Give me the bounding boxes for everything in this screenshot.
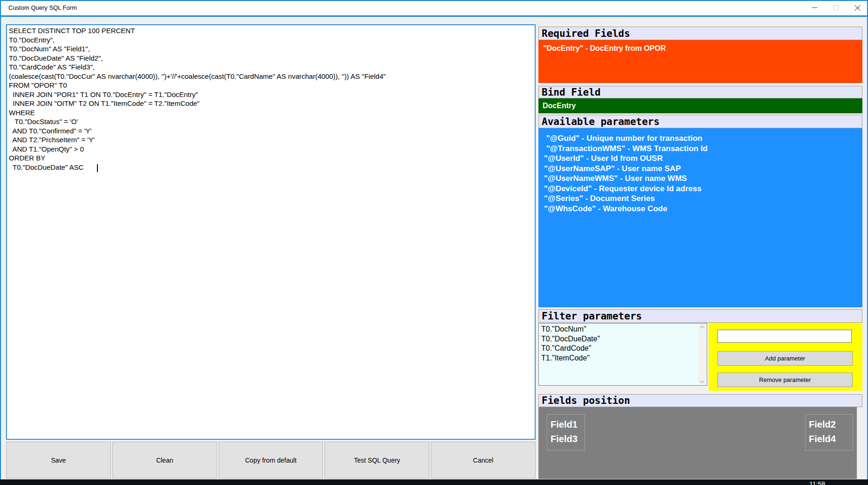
footer-button[interactable]: Clean [112,442,217,478]
parameter-item: "@UserNameWMS" - User name WMS [544,173,862,184]
app-window: Custom Query SQL Form SELECT DISTINCT TO… [0,0,868,485]
parameter-item: "@TransactionWMS" - WMS Transaction Id [544,144,862,154]
fields-box-left[interactable]: Field1Field3 [547,414,585,450]
required-fields-header: Required Fields [538,27,862,40]
available-parameters-header: Available parameters [538,115,862,128]
filter-parameter-item[interactable]: T1."ItemCode" [541,353,697,363]
sql-line: ORDER BY [9,153,535,163]
required-field-item: "DocEntry" - DocEntry from OPOR [543,44,666,52]
scroll-down-icon[interactable] [700,379,705,383]
sql-line: WHERE [9,108,535,118]
parameter-item: "@DeviceId" - Requester device Id adress [544,184,862,194]
parameter-item: "@Series" - Document Series [544,194,862,204]
scroll-up-icon[interactable] [700,326,705,331]
bind-field-header: Bind Field [538,86,862,98]
sql-line: (coalesce(cast(T0."DocCur" AS nvarchar(4… [9,72,535,81]
footer-button[interactable]: Cancel [431,442,536,478]
sql-line: FROM "OPOR" T0 [9,81,535,90]
filter-parameter-item[interactable]: T0."CardCode" [541,344,697,353]
parameter-item: "@UserNameSAP" - User name SAP [544,164,862,174]
fields-box-right[interactable]: Field2Field4 [805,414,853,450]
footer-button[interactable]: Save [6,442,111,478]
sql-query-textarea[interactable]: SELECT DISTINCT TOP 100 PERCENTT0."DocEn… [6,24,536,440]
sql-line: T0."DocDueDate" AS "Field2", [9,54,535,63]
footer-button[interactable]: Copy from default [219,442,324,478]
field-label: Field3 [551,432,585,446]
sql-line: AND T1."OpenQty" > 0 [9,145,535,154]
parameter-item: "@UserId" - User Id from OUSR [544,153,862,164]
field-label: Field2 [809,417,853,432]
fields-position-panel: Field1Field3 Field2Field4 [538,407,857,479]
sql-line: T0."DocNum" AS "Field1", [9,44,535,54]
fields-position-header: Fields position [538,394,862,407]
remove-parameter-button[interactable]: Remove parameter [717,373,853,387]
field-label: Field1 [551,417,585,432]
parameter-item: "@WhsCode" - Warehouse Code [544,204,862,214]
filter-parameters-section: T0."DocNum"T0."DocDueDate"T0."CardCode"T… [538,323,862,391]
bind-field-value[interactable]: DocEntry [538,98,862,113]
add-parameter-button[interactable]: Add parameter [717,351,853,366]
filter-parameter-item[interactable]: T0."DocNum" [541,325,697,334]
sql-line: T0."DocStatus" = 'O' [9,117,535,126]
new-parameter-input[interactable] [717,330,852,343]
sql-line: INNER JOIN "POR1" T1 ON T0."DocEntry" = … [9,90,535,99]
filter-parameter-item[interactable]: T0."DocDueDate" [541,334,697,344]
filter-parameter-controls: Add parameter Remove parameter [709,323,862,391]
bind-field-label: DocEntry [543,102,576,110]
right-panel: Required Fields "DocEntry" - DocEntry fr… [538,0,862,479]
required-fields-box: "DocEntry" - DocEntry from OPOR [538,40,862,83]
available-parameters-box: "@Guid" - Unique number for transaction … [538,128,862,307]
sql-line: INNER JOIN "OITM" T2 ON T1."ItemCode" = … [9,99,535,108]
sql-line: T0."CardCode" AS "Field3", [9,62,535,72]
sql-line: AND T2."PrchseItem" = 'Y' [9,135,535,145]
sql-line: T0."DocDueDate" ASC [9,163,535,172]
parameter-item: "@Guid" - Unique number for transaction [544,133,862,144]
filter-parameters-listbox[interactable]: T0."DocNum"T0."DocDueDate"T0."CardCode"T… [538,323,707,386]
taskbar-clock: 11:58 [809,480,825,485]
text-caret [97,164,98,172]
filter-parameters-header: Filter parameters [538,309,862,323]
taskbar: 11:58 [0,479,868,485]
field-label: Field4 [809,432,853,446]
footer-button[interactable]: Test SQL Query [324,442,429,478]
listbox-scrollbar[interactable] [698,324,706,385]
sql-line: T0."DocEntry", [9,35,535,45]
sql-line: SELECT DISTINCT TOP 100 PERCENT [9,26,535,35]
footer-button-row: SaveCleanCopy from defaultTest SQL Query… [6,442,536,478]
window-title: Custom Query SQL Form [0,4,77,11]
sql-line: AND T0."Confirmed" = 'Y' [9,126,535,136]
